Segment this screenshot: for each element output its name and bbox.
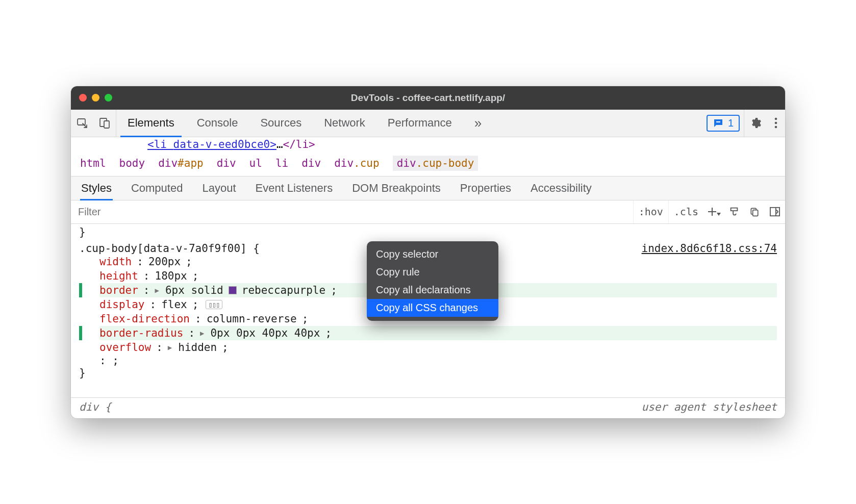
css-declaration[interactable]: border-radius: ▶0px 0px 40px 40px; [99,326,777,340]
breadcrumb-item[interactable]: li [275,157,288,169]
tab-elements[interactable]: Elements [116,110,186,137]
toggle-hov-button[interactable]: :hov [633,200,668,223]
zoom-window-button[interactable] [105,94,112,102]
svg-point-6 [775,126,777,129]
subtab-layout[interactable]: Layout [201,177,237,200]
toggle-computed-sidebar-icon[interactable] [765,200,785,223]
issues-icon [713,118,724,128]
tab-sources[interactable]: Sources [249,110,313,137]
breadcrumb-item[interactable]: div#app [158,157,204,169]
css-rule-close: } [79,367,777,379]
breadcrumb-item[interactable]: div [217,157,236,169]
subtab-accessibility[interactable]: Accessibility [530,177,593,200]
window-controls [79,94,112,102]
breadcrumb-item[interactable]: ul [249,157,262,169]
new-style-rule-icon[interactable] [703,200,724,223]
svg-rect-9 [770,208,779,216]
ua-label: user agent stylesheet [641,401,777,413]
svg-rect-0 [78,119,85,125]
subtab-properties[interactable]: Properties [459,177,512,200]
dom-tree-row[interactable]: <li data-v-eed0bce0>…</li> [71,137,785,152]
paint-brush-icon[interactable] [724,200,744,223]
breadcrumbs: htmlbodydiv#appdivullidivdiv.cupdiv.cup-… [71,152,785,177]
css-empty-declaration[interactable]: : ; [79,355,777,367]
copy-icon[interactable] [744,200,765,223]
user-agent-rule-row: div { user agent stylesheet [71,397,785,418]
svg-point-5 [775,122,777,124]
source-link[interactable]: index.8d6c6f18.css:74 [641,242,777,255]
tabs-overflow-button[interactable]: » [463,110,493,137]
svg-rect-2 [104,121,109,128]
devtools-window: DevTools - coffee-cart.netlify.app/ Elem… [71,86,785,418]
svg-point-4 [775,118,777,120]
toggle-cls-button[interactable]: .cls [668,200,703,223]
main-toolbar: Elements Console Sources Network Perform… [71,110,785,137]
subtab-computed[interactable]: Computed [130,177,184,200]
tab-console[interactable]: Console [186,110,249,137]
previous-rule-close: } [79,226,777,238]
minimize-window-button[interactable] [92,94,99,102]
subtab-styles[interactable]: Styles [80,177,113,200]
breadcrumb-item[interactable]: html [80,157,106,169]
css-declaration[interactable]: overflow: ▶hidden; [99,340,777,355]
svg-rect-8 [753,210,758,216]
inspect-element-icon[interactable] [71,110,93,137]
tab-network[interactable]: Network [313,110,376,137]
settings-icon[interactable] [744,110,767,137]
svg-rect-3 [716,121,720,122]
breadcrumb-item[interactable]: div [301,157,321,169]
window-titlebar: DevTools - coffee-cart.netlify.app/ [71,86,785,110]
device-toolbar-icon[interactable] [93,110,116,137]
more-menu-icon[interactable] [767,110,785,137]
tab-performance[interactable]: Performance [376,110,463,137]
context-menu: Copy selector Copy rule Copy all declara… [367,241,498,321]
close-window-button[interactable] [79,94,87,102]
subtab-dom-breakpoints[interactable]: DOM Breakpoints [351,177,442,200]
ctx-copy-all-declarations[interactable]: Copy all declarations [367,281,498,299]
ctx-copy-selector[interactable]: Copy selector [367,245,498,263]
styles-subtabs: Styles Computed Layout Event Listeners D… [71,177,785,200]
breadcrumb-item[interactable]: div.cup-body [393,156,479,171]
css-selector[interactable]: .cup-body[data-v-7a0f9f00] { [79,242,260,255]
subtab-event-listeners[interactable]: Event Listeners [255,177,334,200]
styles-pane: } .cup-body[data-v-7a0f9f00] { index.8d6… [71,224,785,397]
styles-filter-bar: :hov .cls [71,200,785,224]
styles-filter-input[interactable] [71,200,633,223]
breadcrumb-item[interactable]: div.cup [334,157,380,169]
issues-button[interactable]: 1 [707,115,740,132]
breadcrumb-item[interactable]: body [119,157,145,169]
ua-selector: div { [79,401,111,413]
flex-badge-icon[interactable]: ▯▯▯ [206,300,222,309]
ctx-copy-rule[interactable]: Copy rule [367,263,498,281]
ctx-copy-all-css-changes[interactable]: Copy all CSS changes [367,299,498,317]
color-swatch[interactable] [229,286,237,294]
issues-count: 1 [728,117,734,129]
window-title: DevTools - coffee-cart.netlify.app/ [71,92,785,104]
